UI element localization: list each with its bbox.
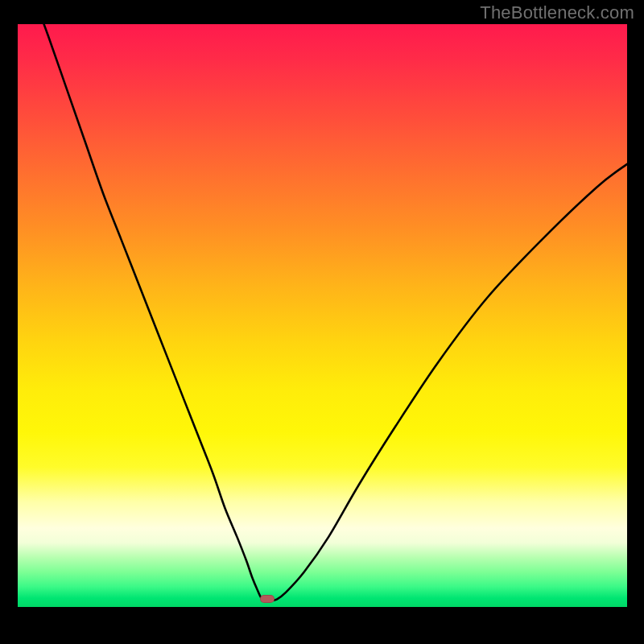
chart-frame: TheBottleneck.com — [0, 0, 644, 644]
optimal-point-marker — [260, 595, 275, 603]
background-gradient — [18, 24, 627, 607]
watermark-text: TheBottleneck.com — [480, 2, 634, 23]
plot-area — [18, 24, 627, 607]
